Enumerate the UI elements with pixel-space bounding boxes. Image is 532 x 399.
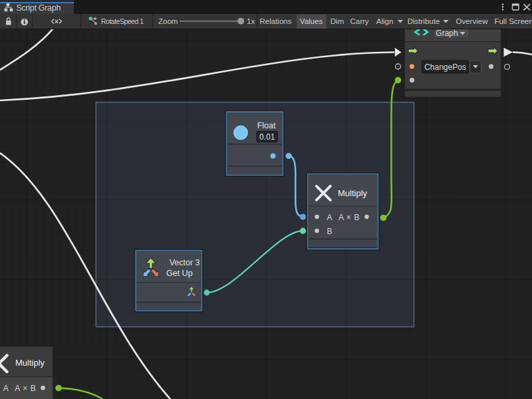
svg-text:ChangePos: ChangePos [424, 63, 466, 72]
svg-text:Graph: Graph [436, 29, 458, 38]
svg-text:Multiply: Multiply [15, 358, 45, 368]
svg-text:A: A [327, 213, 332, 222]
svg-text:A: A [3, 384, 9, 393]
svg-text:Get Up: Get Up [166, 269, 193, 278]
svg-text:Vector 3: Vector 3 [170, 258, 200, 267]
svg-text:A × B: A × B [338, 213, 360, 222]
svg-text:B: B [327, 227, 332, 236]
svg-text:Multiply: Multiply [338, 188, 368, 198]
svg-text:0.01: 0.01 [259, 132, 275, 142]
svg-text:A × B: A × B [15, 384, 36, 393]
svg-text:Float: Float [257, 121, 276, 130]
